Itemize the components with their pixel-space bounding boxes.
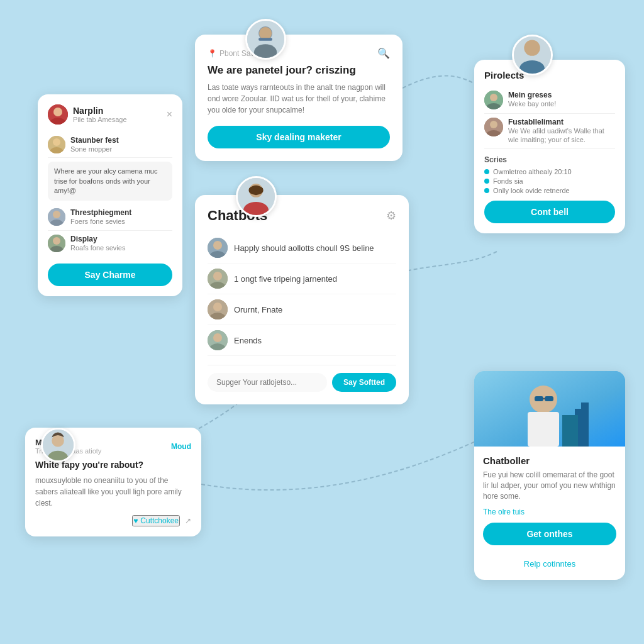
profile-action-button[interactable]: Get onthes xyxy=(483,523,616,545)
chat-card: Narplin Pile tab Amesage × Staunber fest… xyxy=(38,94,182,296)
like-button[interactable]: ♥ Cuttchokee xyxy=(132,515,180,526)
chat-item-name-1: Staunber fest xyxy=(70,136,119,145)
chat-item-2: Threstphiegment Foers fone sevies xyxy=(48,204,172,230)
chat-item-text-1: Staunber fest Sone mopper xyxy=(70,136,119,153)
svg-point-41 xyxy=(213,303,222,311)
chat-item-msg-3: Roafs fone sevies xyxy=(70,243,125,252)
comment-body: mouxsuyloble no oneaniitu to you of the … xyxy=(35,475,191,509)
profile-image-svg xyxy=(474,371,625,447)
chat-item-avatar-3 xyxy=(48,235,65,252)
project-avatar-2 xyxy=(484,118,503,136)
score-dot-1 xyxy=(484,169,489,174)
cb-avatar-1-icon xyxy=(208,238,228,258)
cb-avatar-3-icon xyxy=(208,299,228,319)
cb-avatar-4-icon xyxy=(208,330,228,350)
chat-avatar-1-icon xyxy=(48,136,65,153)
svg-point-23 xyxy=(53,211,60,218)
chatbots-footer: Say Softted xyxy=(208,365,396,392)
project-name-1: Mein greses xyxy=(508,91,556,99)
notify-title: We are panetel jour? criszing xyxy=(208,64,390,77)
profile-help-button[interactable]: Relp cotinntes xyxy=(483,557,616,571)
comment-action[interactable]: Moud xyxy=(171,442,191,451)
notify-action-button[interactable]: Sky dealing maketer xyxy=(208,126,390,148)
chat-item-avatar-2 xyxy=(48,208,65,226)
avatar-top-center xyxy=(245,19,286,60)
cb-item-3: Orurnt, Fnate xyxy=(208,294,396,325)
score-text-1: Owmletreo althealy 20:10 xyxy=(493,168,572,175)
projects-card: Pirolects Mein greses Weke bay onte! Fus… xyxy=(474,60,625,233)
project-item-1: Mein greses Weke bay onte! xyxy=(484,87,615,114)
settings-icon[interactable]: ⚙ xyxy=(386,209,396,223)
score-item-3: Onlly look ovide retnerde xyxy=(484,187,615,194)
project-item-2: Fustabllelimant We We afild uadiwt's Wal… xyxy=(484,114,615,149)
cb-avatar-2-icon xyxy=(208,269,228,289)
notify-header: 📍 Pbont Savings 🔍 xyxy=(208,47,390,59)
chat-user-info: Narplin Pile tab Amesage xyxy=(73,106,127,123)
scores-title: Scries xyxy=(484,155,615,164)
person-icon-4 xyxy=(43,430,74,460)
svg-point-44 xyxy=(213,333,222,342)
close-icon[interactable]: × xyxy=(167,109,172,120)
svg-point-32 xyxy=(490,121,497,128)
avatar-bottom-left xyxy=(41,428,75,462)
svg-point-5 xyxy=(259,27,272,40)
cb-avatar-2 xyxy=(208,269,228,289)
chat-item-msg-2: Foers fone sevies xyxy=(70,217,131,226)
chat-bubble: Where are your alcy camena muc trise for… xyxy=(48,162,172,201)
chat-avatar-icon xyxy=(48,104,68,125)
project-info-1: Mein greses Weke bay onte! xyxy=(508,91,556,108)
profile-name: Chatboller xyxy=(483,455,616,466)
cb-item-1: Happly should aollotts choull 9S beline xyxy=(208,233,396,264)
chat-avatar-2-icon xyxy=(48,208,65,226)
cb-item-text-3: Orurnt, Fnate xyxy=(234,305,282,314)
cb-avatar-3 xyxy=(208,299,228,319)
profile-image xyxy=(474,371,625,447)
chatbots-input[interactable] xyxy=(208,373,327,392)
chat-item-name-2: Threstphiegment xyxy=(70,208,131,217)
pin-icon: 📍 xyxy=(208,49,217,58)
project-desc-2: We We afild uadiwt's Walle that wle imai… xyxy=(508,126,615,145)
svg-rect-49 xyxy=(562,415,578,447)
chat-subtitle: Pile tab Amesage xyxy=(73,116,127,123)
svg-rect-6 xyxy=(258,38,272,41)
score-item-2: Fonds sia xyxy=(484,177,615,185)
profile-desc: Fue yui hew colill omemarat of the goot … xyxy=(483,470,616,501)
heart-icon: ♥ xyxy=(133,516,138,525)
chat-avatar xyxy=(48,104,68,125)
person-icon-2 xyxy=(514,36,551,74)
chat-item-avatar-1 xyxy=(48,136,65,153)
search-icon[interactable]: 🔍 xyxy=(377,47,390,59)
score-item-1: Owmletreo althealy 20:10 xyxy=(484,168,615,175)
chat-item-3: Display Roafs fone sevies xyxy=(48,231,172,256)
chat-avatar-3-icon xyxy=(48,235,65,252)
cb-item-4: Enends xyxy=(208,325,396,356)
cb-avatar-4 xyxy=(208,330,228,350)
avatar-center xyxy=(236,176,277,217)
svg-point-20 xyxy=(53,138,60,146)
score-dot-3 xyxy=(484,188,489,193)
chat-item-1: Staunber fest Sone mopper xyxy=(48,132,172,158)
chat-action-button[interactable]: Say Charme xyxy=(48,264,172,286)
profile-link[interactable]: The olre tuis xyxy=(483,508,616,516)
chat-card-header: Narplin Pile tab Amesage × xyxy=(48,104,172,125)
project-desc-1: Weke bay onte! xyxy=(508,99,556,108)
chatbots-header: Chatbots ⚙ xyxy=(208,208,396,224)
projects-title: Pirolects xyxy=(484,70,615,80)
svg-rect-48 xyxy=(581,402,589,447)
svg-rect-52 xyxy=(535,396,543,401)
projects-action-button[interactable]: Cont bell xyxy=(484,201,615,223)
cb-item-text-4: Enends xyxy=(234,336,262,345)
svg-point-17 xyxy=(53,108,62,116)
svg-rect-53 xyxy=(545,396,553,401)
share-button[interactable]: ↗ xyxy=(185,516,191,525)
cb-item-2: 1 ongt five tripeing jarnented xyxy=(208,264,396,294)
score-text-2: Fonds sia xyxy=(493,177,523,185)
score-text-3: Onlly look ovide retnerde xyxy=(493,187,570,194)
cb-item-text-2: 1 ongt five tripeing jarnented xyxy=(234,274,337,284)
svg-rect-51 xyxy=(528,412,559,447)
person-icon-3 xyxy=(238,178,275,215)
project-avatar-1-icon xyxy=(484,91,503,109)
project-name-2: Fustabllelimant xyxy=(508,118,615,126)
chatbots-send-button[interactable]: Say Softted xyxy=(332,373,396,392)
svg-point-38 xyxy=(213,272,222,280)
